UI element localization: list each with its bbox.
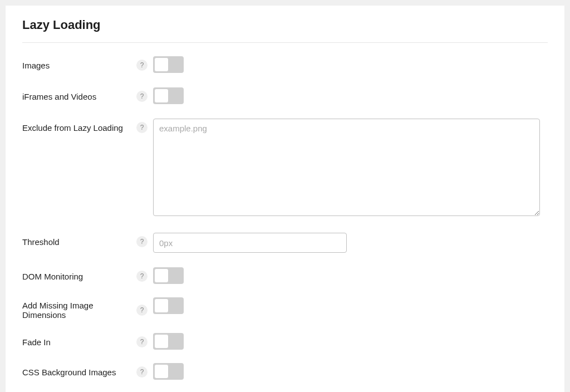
toggle-dom[interactable]	[153, 267, 184, 284]
help-icon[interactable]: ?	[136, 336, 148, 347]
toggle-dimensions[interactable]	[153, 297, 184, 314]
help-icon[interactable]: ?	[136, 271, 148, 282]
toggle-images[interactable]	[153, 56, 184, 73]
control-col-images	[148, 56, 548, 73]
row-cssbg: CSS Background Images ?	[22, 363, 548, 380]
help-icon[interactable]: ?	[136, 122, 148, 133]
row-exclude: Exclude from Lazy Loading ?	[22, 119, 548, 218]
label-fade: Fade In	[22, 337, 51, 347]
row-dom: DOM Monitoring ?	[22, 267, 548, 284]
toggle-fade[interactable]	[153, 333, 184, 350]
help-icon[interactable]: ?	[136, 305, 148, 316]
toggle-cssbg[interactable]	[153, 363, 184, 380]
section-title: Lazy Loading	[22, 18, 548, 43]
label-col-iframes: iFrames and Videos ?	[22, 87, 148, 102]
label-cssbg: CSS Background Images	[22, 367, 116, 377]
toggle-knob	[155, 335, 168, 348]
toggle-knob	[155, 58, 168, 71]
row-threshold: Threshold ?	[22, 233, 548, 253]
label-col-threshold: Threshold ?	[22, 233, 148, 247]
help-icon[interactable]: ?	[136, 60, 148, 71]
threshold-input[interactable]	[153, 233, 347, 253]
toggle-knob	[155, 299, 168, 312]
control-col-iframes	[148, 87, 548, 104]
label-col-exclude: Exclude from Lazy Loading ?	[22, 119, 148, 133]
help-icon[interactable]: ?	[136, 91, 148, 102]
control-col-cssbg	[148, 363, 548, 380]
toggle-knob	[155, 89, 168, 102]
label-iframes: iFrames and Videos	[22, 92, 96, 101]
row-images: Images ?	[22, 56, 548, 73]
lazy-loading-panel: Lazy Loading Images ? iFrames and Videos…	[6, 6, 564, 392]
control-col-dimensions	[148, 297, 548, 314]
toggle-knob	[155, 365, 168, 378]
control-col-threshold	[148, 233, 548, 253]
label-col-cssbg: CSS Background Images ?	[22, 363, 148, 378]
row-dimensions: Add Missing Image Dimensions ?	[22, 297, 548, 320]
label-col-dom: DOM Monitoring ?	[22, 267, 148, 282]
label-threshold: Threshold	[22, 237, 60, 247]
help-icon[interactable]: ?	[136, 366, 148, 378]
control-col-dom	[148, 267, 548, 284]
control-col-exclude	[148, 119, 548, 218]
control-col-fade	[148, 333, 548, 350]
label-col-fade: Fade In ?	[22, 333, 148, 347]
toggle-knob	[155, 269, 168, 282]
label-exclude: Exclude from Lazy Loading	[22, 123, 123, 133]
row-iframes: iFrames and Videos ?	[22, 87, 548, 104]
label-dimensions: Add Missing Image Dimensions	[22, 301, 132, 320]
label-col-dimensions: Add Missing Image Dimensions ?	[22, 297, 148, 320]
label-dom: DOM Monitoring	[22, 272, 83, 281]
toggle-iframes[interactable]	[153, 87, 184, 104]
row-fade: Fade In ?	[22, 333, 548, 350]
help-icon[interactable]: ?	[136, 236, 148, 247]
label-images: Images	[22, 61, 50, 70]
exclude-textarea[interactable]	[153, 119, 540, 216]
label-col-images: Images ?	[22, 56, 148, 71]
